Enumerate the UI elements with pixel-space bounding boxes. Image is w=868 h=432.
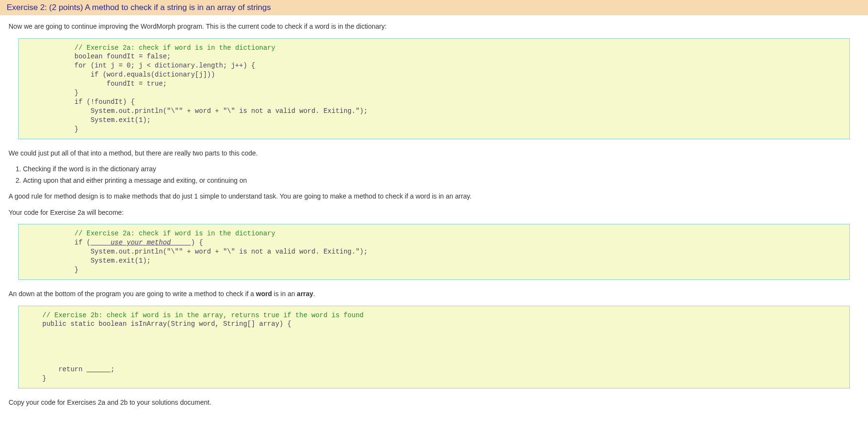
code-if-post: ) { bbox=[191, 239, 203, 246]
list-item: Acting upon that and either printing a m… bbox=[23, 176, 859, 186]
parts-list: Checking if the word is in the dictionar… bbox=[18, 165, 859, 185]
two-parts-paragraph: We could just put all of that into a met… bbox=[9, 149, 859, 158]
code-body: System.out.println("\"" + word + "\" is … bbox=[26, 248, 368, 274]
code-comment: // Exercise 2a: check if word is in the … bbox=[75, 230, 275, 237]
code-block-2: // Exercise 2a: check if word is in the … bbox=[18, 224, 850, 279]
list-item: Checking if the word is in the dictionar… bbox=[23, 165, 859, 174]
code-block-3: // Exercise 2b: check if word is in the … bbox=[18, 306, 850, 388]
bottom-paragraph: An down at the bottom of the program you… bbox=[9, 289, 859, 299]
code-signature: public static boolean isInArray(String w… bbox=[26, 320, 292, 328]
intro-paragraph: Now we are going to continue improving t… bbox=[9, 22, 859, 32]
code-close: } bbox=[26, 375, 46, 382]
exercise-title: Exercise 2: (2 points) A method to check… bbox=[7, 3, 271, 12]
bottom-word: word bbox=[256, 290, 272, 298]
code-block-1: // Exercise 2a: check if word is in the … bbox=[18, 38, 850, 139]
code-blank bbox=[87, 366, 110, 373]
code-comment: // Exercise 2b: check if word is in the … bbox=[26, 311, 364, 319]
will-become-paragraph: Your code for Exercise 2a will become: bbox=[9, 208, 859, 218]
code-body: boolean foundIt = false; for (int j = 0;… bbox=[26, 53, 368, 133]
bottom-mid: is in an bbox=[272, 290, 297, 298]
code-if-pre: if ( bbox=[26, 239, 90, 246]
code-return-post: ; bbox=[110, 366, 114, 373]
code-comment: // Exercise 2a: check if word is in the … bbox=[75, 44, 275, 52]
code-return-pre: return bbox=[26, 366, 87, 373]
code-placeholder: use your method bbox=[90, 239, 191, 246]
bottom-array: array bbox=[297, 290, 313, 298]
exercise-header: Exercise 2: (2 points) A method to check… bbox=[0, 0, 868, 15]
copy-code-paragraph: Copy your code for Exercises 2a and 2b t… bbox=[9, 398, 859, 408]
bottom-pre: An down at the bottom of the program you… bbox=[9, 290, 256, 298]
good-rule-paragraph: A good rule for method design is to make… bbox=[9, 192, 859, 201]
content-area: Now we are going to continue improving t… bbox=[0, 15, 868, 421]
bottom-end: . bbox=[313, 290, 315, 298]
